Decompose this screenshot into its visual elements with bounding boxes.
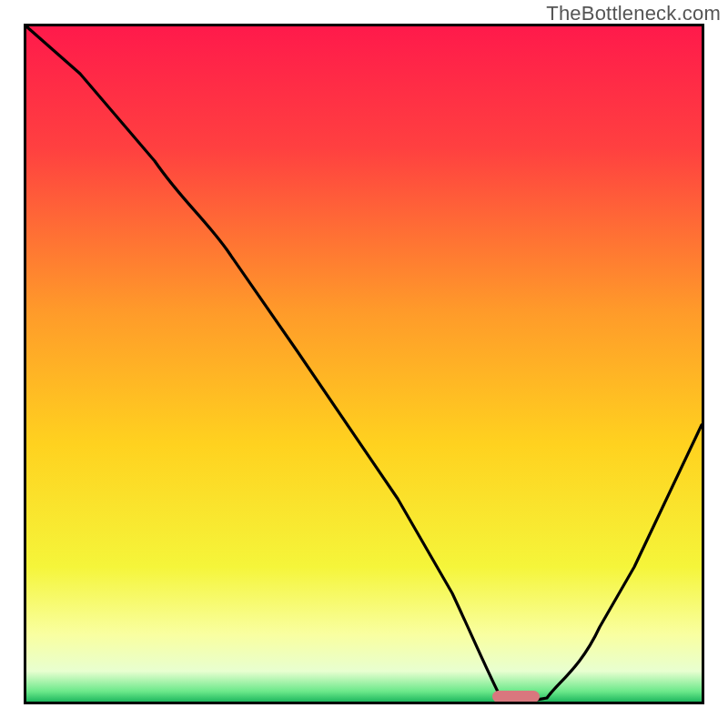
optimal-marker <box>26 26 702 702</box>
plot-area <box>24 24 704 704</box>
chart-frame: TheBottleneck.com <box>0 0 728 728</box>
watermark-text: TheBottleneck.com <box>546 2 721 25</box>
svg-rect-1 <box>492 691 540 702</box>
